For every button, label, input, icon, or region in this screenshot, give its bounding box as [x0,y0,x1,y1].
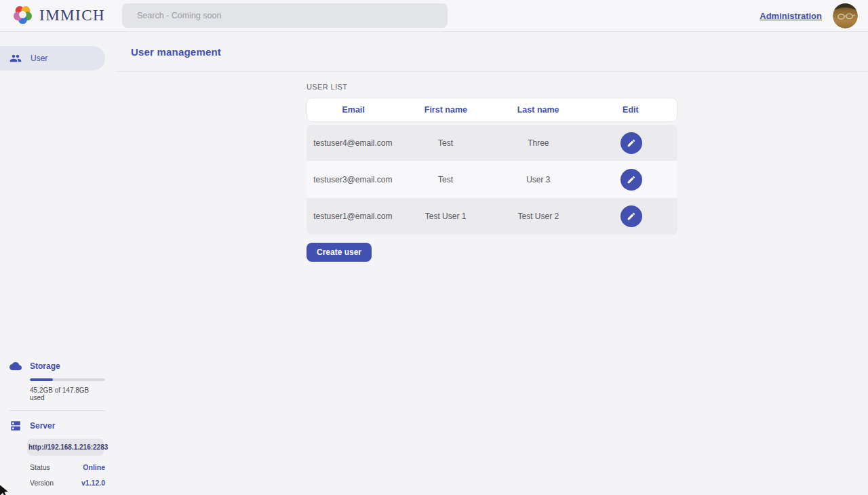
users-icon [9,52,22,64]
server-section-header: Server [0,420,105,432]
column-header-last-name: Last name [492,105,585,115]
status-label: Status [30,463,50,471]
immich-flower-icon [12,4,33,28]
status-value: Online [83,463,105,471]
sidebar-divider [9,410,105,411]
header-right: Administration [760,3,868,28]
storage-title: Storage [30,361,60,371]
main-content: User management USER LIST Email First na… [116,32,868,495]
cell-email: testuser1@email.com [307,212,399,221]
server-title: Server [30,421,55,431]
server-status-row: Status Online [30,463,105,471]
pencil-icon [627,175,636,184]
cell-first-name: Test [399,138,492,148]
edit-user-button[interactable] [620,169,642,191]
column-header-edit: Edit [585,105,677,115]
search-input[interactable] [122,3,448,28]
storage-usage-text: 45.2GB of 147.8GB used [30,387,105,401]
cell-first-name: Test User 1 [399,212,492,221]
cell-email: testuser4@email.com [307,138,399,148]
cell-last-name: Test User 2 [492,212,585,221]
create-user-button[interactable]: Create user [307,243,372,262]
page-title: User management [131,46,221,58]
storage-section-header: Storage [0,360,105,372]
version-value: v1.12.0 [81,479,105,487]
logo-wordmark: IMMICH [39,7,105,24]
server-version-row: Version v1.12.0 [30,479,105,487]
server-icon [9,420,22,432]
cell-first-name: Test [399,175,492,184]
admin-sidebar: User Storage 45.2GB of 147.8GB used [0,32,116,495]
user-avatar[interactable] [833,3,858,28]
cell-last-name: Three [492,138,585,148]
edit-user-button[interactable] [620,205,642,227]
cloud-icon [9,360,22,372]
user-table: Email First name Last name Edit testuser… [307,98,677,235]
sidebar-status-panel: Storage 45.2GB of 147.8GB used Server ht… [0,360,105,487]
storage-progress-fill [30,378,53,381]
pencil-icon [627,138,636,148]
administration-link[interactable]: Administration [760,11,822,21]
immich-logo[interactable]: IMMICH [0,4,105,28]
table-row: testuser1@email.com Test User 1 Test Use… [307,198,677,235]
table-header-row: Email First name Last name Edit [307,98,677,122]
storage-progress-bar [30,378,105,381]
column-header-first-name: First name [399,105,492,115]
app-header: IMMICH Administration [0,0,868,32]
table-row: testuser3@email.com Test User 3 [307,161,677,198]
pencil-icon [627,212,636,221]
sidebar-item-label: User [31,54,47,63]
version-label: Version [30,479,54,487]
server-url: http://192.168.1.216:2283 [27,439,104,456]
title-bar: User management [116,32,868,72]
user-list-label: USER LIST [307,83,677,91]
cell-last-name: User 3 [492,175,585,184]
cell-email: testuser3@email.com [307,175,399,184]
table-row: testuser4@email.com Test Three [307,125,677,161]
column-header-email: Email [307,105,399,115]
edit-user-button[interactable] [620,132,642,154]
sidebar-item-user[interactable]: User [0,46,105,71]
